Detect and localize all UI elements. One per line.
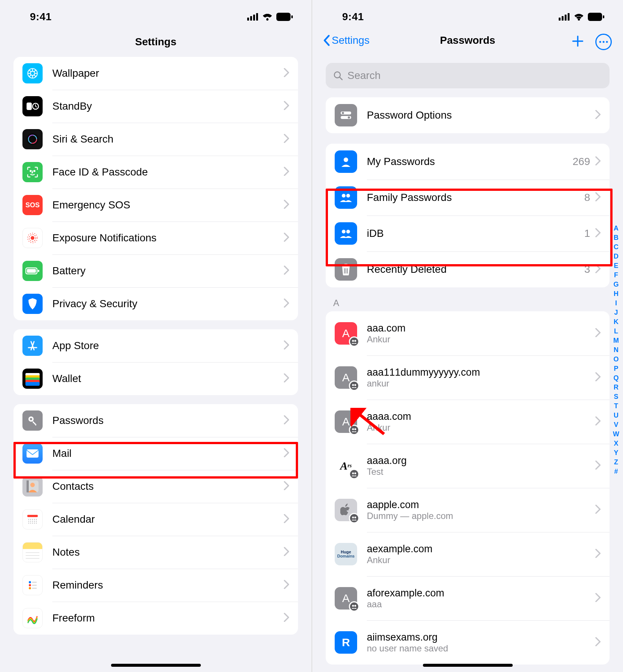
row-exposure[interactable]: Exposure Notifications <box>13 222 298 254</box>
entry-icon: A <box>335 587 357 610</box>
chevron-right-icon <box>284 514 289 525</box>
row-wallet[interactable]: Wallet <box>13 362 298 395</box>
entry-subtitle: Test <box>367 467 595 477</box>
svg-point-91 <box>352 473 354 474</box>
svg-rect-2 <box>253 15 255 21</box>
index-letter[interactable]: F <box>614 271 618 281</box>
index-letter[interactable]: M <box>613 337 619 346</box>
cellular-icon <box>559 13 570 21</box>
row-count: 1 <box>584 227 590 239</box>
row-faceid[interactable]: Face ID & Passcode <box>13 156 298 189</box>
standby-icon <box>22 96 43 116</box>
index-letter[interactable]: L <box>614 327 618 337</box>
search-field[interactable]: Search <box>326 63 610 88</box>
index-letter[interactable]: Y <box>614 449 618 458</box>
row-battery[interactable]: Battery <box>13 254 298 287</box>
entry-title: aaa111dummyyyyyy.com <box>367 367 595 378</box>
row-passwords[interactable]: Passwords <box>13 404 298 437</box>
chevron-right-icon <box>595 505 601 515</box>
index-letter[interactable]: D <box>614 253 619 262</box>
row-standby[interactable]: StandBy <box>13 90 298 123</box>
row-contacts[interactable]: Contacts <box>13 470 298 503</box>
contacts-icon <box>22 476 43 497</box>
index-letter[interactable]: R <box>614 384 619 393</box>
row-freeform[interactable]: Freeform <box>13 602 298 635</box>
row-my-passwords[interactable]: My Passwords 269 <box>326 144 610 180</box>
index-letter[interactable]: E <box>614 262 618 271</box>
password-entry[interactable]: A aforexample.com aaa <box>326 576 610 620</box>
index-letter[interactable]: I <box>615 299 617 309</box>
entry-icon: Ars <box>335 455 357 477</box>
entry-title: aaaa.org <box>367 455 595 467</box>
row-label: Battery <box>52 265 284 277</box>
index-letter[interactable]: S <box>614 393 618 402</box>
more-button[interactable] <box>595 34 612 50</box>
chevron-right-icon <box>595 637 601 648</box>
svg-point-67 <box>599 41 601 43</box>
row-idb[interactable]: iDB 1 <box>326 216 610 251</box>
index-letter[interactable]: K <box>614 318 619 327</box>
index-letter[interactable]: G <box>613 281 619 290</box>
index-letter[interactable]: V <box>614 421 618 430</box>
password-entry[interactable]: Ars aaaa.org Test <box>326 444 610 488</box>
svg-rect-33 <box>27 480 29 492</box>
svg-point-46 <box>30 523 31 523</box>
password-entry[interactable]: aapple.com Dummy — apple.com <box>326 488 610 532</box>
index-letter[interactable]: X <box>614 440 618 449</box>
row-siri[interactable]: Siri & Search <box>13 123 298 156</box>
password-entry[interactable]: A aaa.com Ankur <box>326 311 610 355</box>
password-entry[interactable]: A aaaa.com Ankur <box>326 400 610 444</box>
index-letter[interactable]: H <box>614 290 619 299</box>
index-letter[interactable]: N <box>614 346 619 355</box>
home-indicator[interactable] <box>423 664 513 667</box>
row-password-options[interactable]: Password Options <box>326 97 610 133</box>
index-letter[interactable]: U <box>614 412 619 421</box>
row-privacy[interactable]: Privacy & Security <box>13 287 298 320</box>
shared-badge-icon <box>349 469 359 479</box>
index-letter[interactable]: T <box>614 402 618 412</box>
back-label: Settings <box>332 34 369 46</box>
entry-subtitle: Ankur <box>367 555 595 565</box>
svg-point-90 <box>355 428 356 430</box>
index-letter[interactable]: Q <box>613 374 619 384</box>
trash-icon <box>335 258 357 281</box>
chevron-right-icon <box>284 547 289 558</box>
row-calendar[interactable]: Calendar <box>13 503 298 536</box>
entry-subtitle: Dummy — apple.com <box>367 511 595 521</box>
row-reminders[interactable]: Reminders <box>13 569 298 602</box>
password-entry[interactable]: R aiimsexams.org no user name saved <box>326 620 610 665</box>
section-index[interactable]: ABCDEFGHIJKLMNOPQRSTUVWXYZ# <box>613 224 619 477</box>
row-label: Wallet <box>52 373 284 385</box>
index-letter[interactable]: A <box>614 224 619 234</box>
row-appstore[interactable]: App Store <box>13 329 298 362</box>
password-entry[interactable]: A aaa111dummyyyyyy.com ankur <box>326 355 610 400</box>
row-family-passwords[interactable]: Family Passwords 8 <box>326 180 610 216</box>
index-letter[interactable]: C <box>614 243 619 253</box>
svg-rect-27 <box>25 382 40 386</box>
index-letter[interactable]: W <box>613 430 619 440</box>
row-mail[interactable]: Mail <box>13 437 298 470</box>
back-button[interactable]: Settings <box>323 34 369 46</box>
nav-bar: Settings Passwords <box>312 34 623 63</box>
status-bar: 9:41 <box>312 0 623 34</box>
add-button[interactable] <box>571 35 584 49</box>
index-letter[interactable]: Z <box>614 458 618 468</box>
index-letter[interactable]: J <box>614 309 618 318</box>
home-indicator[interactable] <box>111 664 201 667</box>
row-emergency-sos[interactable]: SOS Emergency SOS <box>13 189 298 222</box>
index-letter[interactable]: O <box>613 355 619 365</box>
row-wallpaper[interactable]: Wallpaper <box>13 57 298 90</box>
svg-point-17 <box>31 236 34 240</box>
chevron-right-icon <box>595 593 601 604</box>
index-letter[interactable]: P <box>614 365 618 374</box>
svg-point-95 <box>352 605 354 607</box>
shared-badge-icon <box>349 513 359 523</box>
svg-point-88 <box>355 384 356 386</box>
row-notes[interactable]: Notes <box>13 536 298 569</box>
index-letter[interactable]: B <box>614 234 619 243</box>
password-entry[interactable]: HugeDomains aexample.com Ankur <box>326 532 610 576</box>
svg-point-44 <box>36 521 37 522</box>
row-recently-deleted[interactable]: Recently Deleted 3 <box>326 251 610 287</box>
index-letter[interactable]: # <box>614 468 618 477</box>
svg-point-16 <box>34 171 35 172</box>
